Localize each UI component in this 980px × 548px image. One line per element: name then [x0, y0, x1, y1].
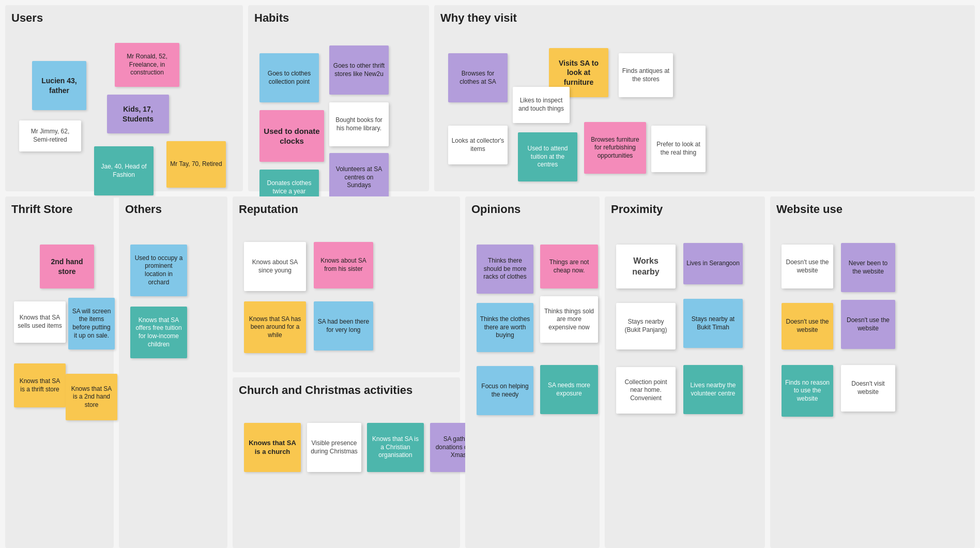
- rep-inner: Knows about SA since young Knows about S…: [239, 221, 454, 356]
- note-lucien[interactable]: Lucien 43, father: [32, 61, 86, 110]
- note-not-cheap[interactable]: Things are not cheap now.: [540, 245, 598, 288]
- note-mr-jimmy: Mr Jimmy, 62, Semi-retired: [19, 120, 81, 151]
- rep-title: Reputation: [239, 203, 454, 216]
- note-doesnt-use-2[interactable]: Doesn't use the website: [782, 303, 833, 349]
- note-worth-buying[interactable]: Thinks the clothes there are worth buyin…: [477, 303, 533, 352]
- note-goes-thrift[interactable]: Goes to other thrift stores like New2u: [329, 45, 389, 95]
- note-helping-needy[interactable]: Focus on helping the needy: [477, 366, 533, 415]
- note-bought-books: Bought books for his home library.: [329, 102, 389, 146]
- note-knows-thrift[interactable]: Knows that SA is a thrift store: [14, 363, 66, 407]
- note-sa-church[interactable]: Knows that SA is a church: [244, 423, 301, 472]
- proximity-inner: Works nearby Lives in Serangoon Stays ne…: [611, 221, 759, 542]
- note-from-sister[interactable]: Knows about SA from his sister: [314, 242, 373, 288]
- note-works-nearby: Works nearby: [616, 245, 676, 288]
- note-doesnt-use-3[interactable]: Doesn't use the website: [841, 300, 895, 349]
- habits-title: Habits: [254, 11, 423, 25]
- note-prefer-real: Prefer to look at the real thing: [651, 126, 706, 172]
- note-free-tuition[interactable]: Knows that SA offers free tuition for lo…: [130, 307, 187, 358]
- note-likes-inspect: Likes to inspect and touch things: [513, 87, 570, 123]
- thrift-title: Thrift Store: [11, 203, 108, 216]
- note-lives-volunteer[interactable]: Lives nearby the volunteer centre: [683, 365, 743, 414]
- note-knows-sells: Knows that SA sells used items: [14, 301, 66, 343]
- note-kids[interactable]: Kids, 17, Students: [107, 95, 169, 133]
- opinions-inner: Thinks there should be more racks of clo…: [471, 221, 593, 542]
- panel-others: Others Used to occupy a prominent locati…: [119, 196, 227, 548]
- panel-church: Church and Christmas activities Knows th…: [233, 377, 460, 548]
- note-around-while[interactable]: Knows that SA has been around for a whil…: [244, 301, 306, 353]
- note-doesnt-use-1: Doesn't use the website: [782, 245, 833, 288]
- note-browses-clothes[interactable]: Browses for clothes at SA: [448, 53, 508, 102]
- why-title: Why they visit: [440, 11, 969, 25]
- note-used-donate[interactable]: Used to donate clocks: [259, 110, 324, 162]
- rep-church-container: Reputation Knows about SA since young Kn…: [233, 196, 460, 548]
- note-more-exposure[interactable]: SA needs more exposure: [540, 365, 598, 414]
- note-mr-tay[interactable]: Mr Tay, 70, Retired: [166, 141, 226, 188]
- thrift-inner: 2nd hand store Knows that SA sells used …: [11, 221, 108, 542]
- panel-why: Why they visit Browses for clothes at SA…: [434, 5, 975, 191]
- others-inner: Used to occupy a prominent location in o…: [125, 221, 221, 542]
- panel-thrift: Thrift Store 2nd hand store Knows that S…: [5, 196, 114, 548]
- panel-habits: Habits Goes to clothes collection point …: [248, 5, 429, 191]
- note-sa-screen: SA will screen the items before putting …: [68, 298, 115, 349]
- note-since-young: Knows about SA since young: [244, 242, 306, 291]
- top-row: Users Lucien 43, father Mr Ronald, 52, F…: [5, 5, 975, 191]
- church-title: Church and Christmas activities: [239, 384, 454, 397]
- note-knows-2nd[interactable]: Knows that SA is a 2nd hand store: [66, 374, 117, 420]
- note-finds-antiques: Finds antiques at the stores: [619, 53, 673, 97]
- note-jae[interactable]: Jae, 40, Head of Fashion: [94, 146, 154, 195]
- opinions-title: Opinions: [471, 203, 593, 216]
- note-more-racks[interactable]: Thinks there should be more racks of clo…: [477, 245, 533, 294]
- note-finds-no-reason[interactable]: Finds no reason to use the website: [782, 365, 833, 417]
- note-stays-timah[interactable]: Stays nearby at Bukit Timah: [683, 299, 743, 348]
- note-stays-panjang: Stays nearby (Bukit Panjang): [616, 303, 676, 349]
- note-volunteers[interactable]: Volunteers at SA centres on Sundays: [329, 153, 389, 202]
- why-inner: Browses for clothes at SA Visits SA to l…: [440, 30, 969, 204]
- note-collection-near: Collection point near home. Convenient: [616, 367, 676, 414]
- note-there-long[interactable]: SA had been there for very long: [314, 301, 373, 351]
- website-title: Website use: [776, 203, 969, 216]
- proximity-title: Proximity: [611, 203, 759, 216]
- note-used-attend[interactable]: Used to attend tuition at the centres: [518, 132, 577, 181]
- note-lives-serangoon[interactable]: Lives in Serangoon: [683, 243, 743, 284]
- panel-users: Users Lucien 43, father Mr Ronald, 52, F…: [5, 5, 243, 191]
- note-visible-christmas: Visible presence during Christmas: [307, 423, 361, 472]
- church-inner: Knows that SA is a church Visible presen…: [239, 402, 454, 506]
- note-more-expensive: Thinks things sold are more expensive no…: [540, 296, 598, 343]
- main-container: Users Lucien 43, father Mr Ronald, 52, F…: [0, 0, 980, 548]
- note-2nd-hand[interactable]: 2nd hand store: [40, 245, 94, 288]
- users-title: Users: [11, 11, 237, 25]
- habits-inner: Goes to clothes collection point Used to…: [254, 30, 423, 204]
- panel-opinions: Opinions Thinks there should be more rac…: [465, 196, 600, 548]
- note-looks-collector: Looks at collector's items: [448, 126, 508, 164]
- website-inner: Doesn't use the website Never been to th…: [776, 221, 969, 542]
- others-title: Others: [125, 203, 221, 216]
- note-mr-ronald[interactable]: Mr Ronald, 52, Freelance, in constructio…: [115, 43, 179, 87]
- note-sa-christian[interactable]: Knows that SA is a Christian organisatio…: [367, 423, 424, 472]
- note-browses-furniture[interactable]: Browses furniture for refurbishing oppor…: [584, 122, 646, 174]
- bottom-row: Thrift Store 2nd hand store Knows that S…: [5, 196, 975, 548]
- note-goes-clothes[interactable]: Goes to clothes collection point: [259, 53, 319, 102]
- note-never-been[interactable]: Never been to the website: [841, 243, 895, 292]
- panel-reputation: Reputation Knows about SA since young Kn…: [233, 196, 460, 372]
- panel-proximity: Proximity Works nearby Lives in Serangoo…: [605, 196, 765, 548]
- users-inner: Lucien 43, father Mr Ronald, 52, Freelan…: [11, 30, 237, 204]
- panel-website: Website use Doesn't use the website Neve…: [770, 196, 975, 548]
- note-occupy[interactable]: Used to occupy a prominent location in o…: [130, 245, 187, 296]
- note-doesnt-visit: Doesn't visit website: [841, 365, 895, 412]
